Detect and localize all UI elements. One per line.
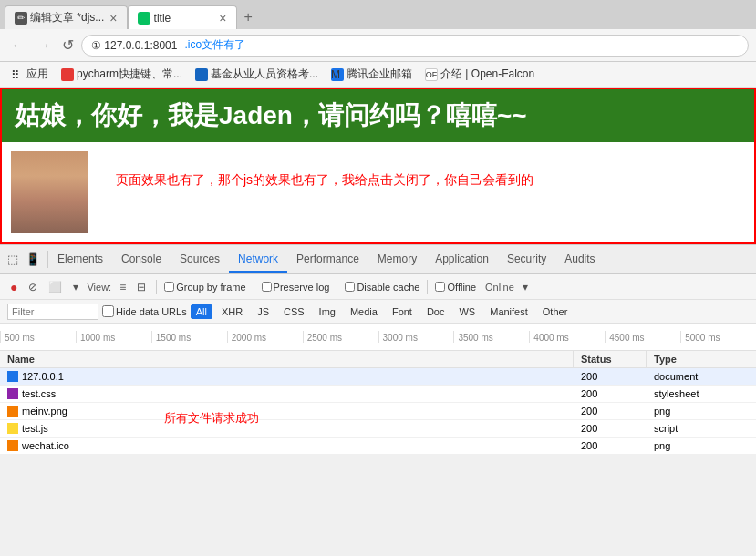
stop-button[interactable]: ⊘: [26, 280, 40, 294]
filter-input[interactable]: [7, 304, 98, 320]
tab-sources[interactable]: Sources: [171, 247, 229, 273]
filter-manifest-button[interactable]: Manifest: [484, 304, 533, 319]
separator-2: [254, 280, 254, 294]
row-icon-1: [7, 371, 18, 382]
forward-button[interactable]: →: [33, 36, 55, 56]
bookmark-jijin[interactable]: 基金从业人员资格考...: [192, 66, 322, 83]
bookmark-apps[interactable]: ⠿ 应用: [7, 66, 52, 83]
tab-elements[interactable]: Elements: [48, 247, 112, 273]
tab-application[interactable]: Application: [426, 247, 498, 273]
filter-doc-button[interactable]: Doc: [421, 304, 450, 319]
tab-security[interactable]: Security: [498, 247, 555, 273]
timeline-labels: 500 ms 1000 ms 1500 ms 2000 ms 2500 ms 3…: [0, 331, 756, 343]
td-name-4: test.js: [0, 420, 574, 437]
list-view-button[interactable]: ≡: [117, 280, 129, 294]
td-type-1: document: [647, 368, 756, 385]
tab-bar: ✏ 编辑文章 *djs... × title × +: [0, 0, 756, 29]
separator-1: [156, 280, 157, 294]
page-content: 姑娘，你好，我是Jaden，请问约吗？嘻嘻~~ 页面效果也有了，那个js的效果也…: [0, 88, 756, 244]
tencent-icon: M: [331, 68, 344, 81]
td-name-5: wechat.ico: [0, 438, 574, 454]
timeline-label-3: 2000 ms: [227, 331, 303, 343]
nav-bar: ← → ↺ ① 127.0.0.1:8001 .ico文件有了: [0, 29, 756, 62]
camera-button[interactable]: ⬜: [46, 280, 65, 294]
tab-console[interactable]: Console: [112, 247, 171, 273]
bookmark-openfalcon[interactable]: OF 介绍 | Open-Falcon: [421, 66, 538, 83]
tab-memory[interactable]: Memory: [368, 247, 426, 273]
table-header-row: Name Status Type: [0, 351, 756, 368]
address-note: .ico文件有了: [184, 37, 245, 53]
table-row[interactable]: 127.0.0.1 200 document: [0, 368, 756, 386]
filter-font-button[interactable]: Font: [387, 304, 418, 319]
filter-js-button[interactable]: JS: [252, 304, 274, 319]
td-status-1: 200: [574, 368, 647, 385]
disable-cache-checkbox[interactable]: [345, 282, 355, 292]
offline-checkbox[interactable]: [435, 282, 445, 292]
tab-1[interactable]: ✏ 编辑文章 *djs... ×: [5, 5, 128, 29]
page-body: 页面效果也有了，那个js的效果也有了，我给点击关闭了，你自己会看到的: [2, 142, 754, 242]
tab-network[interactable]: Network: [229, 247, 287, 273]
filter-button[interactable]: ▾: [70, 280, 81, 294]
timeline-label-8: 4500 ms: [605, 331, 680, 343]
inspect-button[interactable]: ⬚: [5, 251, 20, 268]
group-by-frame-checkbox[interactable]: [164, 282, 174, 292]
table-row[interactable]: test.css 200 stylesheet: [0, 386, 756, 403]
new-tab-button[interactable]: +: [237, 5, 260, 29]
tab-2-favicon: [138, 12, 150, 25]
bookmarks-bar: ⠿ 应用 pycharm快捷键、常... 基金从业人员资格考... M 腾讯企业…: [0, 62, 756, 88]
address-bar[interactable]: ① 127.0.0.1:8001 .ico文件有了: [81, 35, 749, 57]
jijin-icon: [195, 68, 208, 81]
td-type-5: png: [647, 438, 756, 454]
filter-img-button[interactable]: Img: [314, 304, 341, 319]
tab-performance[interactable]: Performance: [287, 247, 368, 273]
separator-4: [427, 280, 428, 294]
group-by-frame-checkbox-label[interactable]: Group by frame: [164, 282, 245, 293]
hide-data-urls-checkbox[interactable]: [102, 305, 114, 317]
td-name-1: 127.0.0.1: [0, 368, 574, 385]
refresh-button[interactable]: ↺: [58, 35, 78, 56]
td-status-4: 200: [574, 420, 647, 437]
filter-xhr-button[interactable]: XHR: [216, 304, 248, 319]
th-type: Type: [647, 351, 756, 367]
table-row[interactable]: meinv.png 200 png 所有文件请求成功: [0, 403, 756, 420]
filter-other-button[interactable]: Other: [537, 304, 574, 319]
back-button[interactable]: ←: [7, 36, 29, 56]
devtools-timeline: 500 ms 1000 ms 1500 ms 2000 ms 2500 ms 3…: [0, 324, 756, 351]
page-header: 姑娘，你好，我是Jaden，请问约吗？嘻嘻~~: [2, 89, 754, 142]
table-row[interactable]: wechat.ico 200 png: [0, 438, 756, 455]
record-button[interactable]: ●: [7, 279, 20, 295]
mobile-button[interactable]: 📱: [24, 251, 42, 268]
page-header-text: 姑娘，你好，我是Jaden，请问约吗？嘻嘻~~: [15, 101, 527, 129]
hide-data-urls-label[interactable]: Hide data URLs: [102, 305, 187, 317]
disable-cache-checkbox-label[interactable]: Disable cache: [345, 282, 419, 293]
filter-css-button[interactable]: CSS: [278, 304, 310, 319]
timeline-label-1: 1000 ms: [76, 331, 151, 343]
bookmark-pycharm[interactable]: pycharm快捷键、常...: [57, 66, 186, 83]
apps-grid-icon: ⠿: [11, 68, 24, 81]
filter-media-button[interactable]: Media: [345, 304, 383, 319]
preserve-log-checkbox-label[interactable]: Preserve log: [262, 282, 330, 293]
preserve-log-checkbox[interactable]: [262, 282, 272, 292]
online-label: Online: [485, 282, 514, 293]
table-row[interactable]: test.js 200 script: [0, 420, 756, 438]
pycharm-icon: [61, 68, 74, 81]
offline-checkbox-label[interactable]: Offline: [435, 282, 476, 293]
openfalcon-icon: OF: [425, 68, 438, 81]
filter-ws-button[interactable]: WS: [453, 304, 481, 319]
tab-audits[interactable]: Audits: [555, 247, 604, 273]
filter-all-button[interactable]: All: [191, 304, 212, 319]
tree-view-button[interactable]: ⊟: [134, 280, 149, 294]
th-name: Name: [0, 351, 574, 367]
row-icon-3: [7, 406, 18, 417]
tab-2[interactable]: title ×: [128, 5, 237, 29]
online-dropdown-button[interactable]: ▾: [520, 280, 531, 294]
td-status-3: 200: [574, 403, 647, 419]
td-status-5: 200: [574, 438, 647, 454]
bookmark-tencent[interactable]: M 腾讯企业邮箱: [327, 66, 416, 83]
tab-1-favicon: ✏: [15, 12, 27, 25]
td-type-2: stylesheet: [647, 386, 756, 402]
tab-2-close[interactable]: ×: [219, 11, 226, 26]
row-name-2: test.css: [22, 388, 56, 399]
bookmark-pycharm-label: pycharm快捷键、常...: [77, 67, 182, 82]
tab-1-close[interactable]: ×: [109, 11, 117, 26]
